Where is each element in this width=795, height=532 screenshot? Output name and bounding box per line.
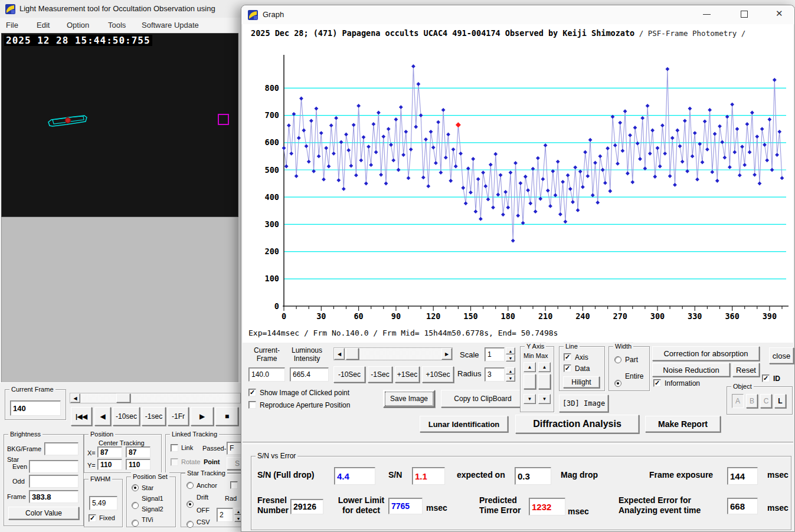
menu-edit[interactable]: Edit — [37, 21, 50, 29]
position-set-signal1-radio[interactable] — [132, 502, 139, 509]
graph-scrollbar-right-icon[interactable]: ▶ — [441, 348, 452, 360]
graph-titlebar[interactable] — [241, 5, 794, 24]
tracking-drift-radio[interactable] — [187, 501, 194, 508]
position-y-tracking-field[interactable]: 110 — [126, 459, 151, 470]
lower-limit-field[interactable]: 7765 — [388, 498, 423, 514]
plus-10sec-graph-button[interactable]: +10Sec — [422, 366, 454, 383]
graph-scrollbar-thumb[interactable] — [346, 348, 359, 360]
reproduce-aperture-label: Reproduce Aperture Position — [260, 401, 350, 409]
menu-file[interactable]: File — [6, 21, 18, 29]
id-checkbox[interactable]: ✓ — [762, 375, 770, 382]
tracking-anchor-radio[interactable] — [187, 482, 194, 489]
sn-full-field[interactable]: 4.4 — [334, 467, 375, 485]
radius-field[interactable]: 3 — [485, 367, 505, 382]
diffraction-analysis-button[interactable]: Diffraction Analysis — [515, 415, 639, 434]
lunar-identification-button[interactable]: Lunar Identification — [420, 416, 508, 432]
minus-10sec-button[interactable]: -10sec — [113, 407, 140, 426]
rewind-start-button[interactable]: |◀◀ — [71, 407, 92, 426]
highlight-point[interactable] — [456, 122, 461, 127]
ymax-up-icon[interactable]: ▲ — [538, 362, 551, 372]
minus-1frame-button[interactable]: -1Fr — [168, 407, 189, 426]
position-x-tracking-field[interactable]: 87 — [126, 446, 151, 458]
comparison-target-box[interactable] — [218, 114, 229, 125]
minus-1sec-button[interactable]: -1sec — [142, 407, 166, 426]
position-x-center-field[interactable]: 87 — [97, 446, 122, 458]
frame-scrollbar[interactable]: ◀ — [70, 393, 241, 403]
minus-1sec-graph-button[interactable]: -1Sec — [368, 366, 392, 383]
tracking-anchor-checkbox[interactable] — [230, 481, 238, 489]
star-even-field[interactable] — [29, 460, 78, 473]
ymin-up-icon[interactable]: ▲ — [524, 362, 536, 372]
reset-button[interactable]: Reset — [732, 363, 760, 377]
information-checkbox[interactable]: ✓ — [653, 379, 661, 387]
scale-up-icon[interactable]: ▲ — [506, 347, 515, 354]
current-frame-field[interactable]: 140 — [10, 400, 61, 416]
ymax-down-icon[interactable]: ▼ — [538, 394, 551, 404]
graph-scrollbar-left-icon[interactable]: ◀ — [334, 348, 345, 360]
plus-1sec-graph-button[interactable]: +1Sec — [395, 366, 420, 383]
stop-button[interactable]: ■ — [215, 407, 238, 426]
object-a-button[interactable]: A — [732, 394, 744, 408]
line-axis-checkbox[interactable]: ✓ — [564, 353, 571, 361]
copy-clipboard-button[interactable]: Copy to ClipBoard — [441, 390, 525, 408]
aperture-overlay[interactable] — [47, 111, 90, 132]
close-icon[interactable]: ✕ — [776, 8, 783, 19]
position-set-star-radio[interactable] — [132, 484, 139, 491]
expected-error-field[interactable]: 668 — [727, 498, 758, 514]
tracking-off-radio[interactable] — [187, 521, 194, 528]
star-odd-field[interactable] — [29, 475, 78, 488]
frame-scrollbar-left-icon[interactable]: ◀ — [70, 393, 80, 403]
scale-field[interactable]: 1 — [485, 347, 505, 362]
reproduce-aperture-checkbox[interactable] — [248, 401, 256, 409]
menu-tools[interactable]: Tools — [108, 21, 126, 29]
play-button[interactable]: ▶ — [191, 407, 214, 426]
bkg-frame-field[interactable] — [44, 442, 78, 455]
object-b-button[interactable]: B — [746, 394, 758, 408]
gw-current-frame-field[interactable]: 140.0 — [248, 367, 285, 382]
make-report-button[interactable]: Make Report — [645, 416, 721, 432]
width-entire-radio[interactable] — [614, 380, 621, 387]
star-frame-field[interactable]: 383.8 — [29, 490, 78, 503]
position-y-center-field[interactable]: 110 — [97, 459, 122, 470]
predicted-error-field[interactable]: 1232 — [529, 498, 565, 515]
object-l-button[interactable]: L — [774, 394, 786, 408]
radius-up-icon[interactable]: ▲ — [506, 367, 515, 375]
minus-10sec-graph-button[interactable]: -10Sec — [333, 366, 365, 383]
ymin-mid-button[interactable] — [524, 374, 536, 389]
link-checkbox[interactable] — [171, 444, 178, 452]
width-part-radio[interactable] — [614, 356, 621, 363]
expected-on-field[interactable]: 0.3 — [515, 467, 551, 485]
noise-reduction-button[interactable]: Noise Reduction — [652, 363, 730, 377]
tracking-rad-field[interactable]: 2 — [217, 508, 233, 522]
scale-down-icon[interactable]: ▼ — [506, 354, 515, 362]
frame-scrollbar-thumb[interactable] — [116, 393, 130, 403]
menu-option[interactable]: Option — [67, 21, 89, 29]
video-frame[interactable]: 2025 12 28 15:44:50:755 — [1, 33, 238, 217]
color-value-button[interactable]: Color Value — [8, 507, 79, 520]
light-curve-chart[interactable]: 0100200300400500600700800030609012015018… — [243, 37, 793, 327]
close-graph-button[interactable]: close — [769, 347, 794, 364]
fwhm-fixed-checkbox[interactable]: ✓ — [89, 514, 96, 522]
radius-down-icon[interactable]: ▼ — [506, 375, 515, 382]
ymin-down-icon[interactable]: ▼ — [524, 394, 536, 404]
ymax-mid-button[interactable] — [538, 374, 551, 389]
line-data-checkbox[interactable]: ✓ — [564, 364, 571, 372]
fresnel-field[interactable]: 29126 — [290, 499, 323, 514]
save-image-button[interactable]: Save Image — [383, 390, 435, 408]
maximize-icon[interactable] — [741, 11, 748, 18]
gw-luminous-field[interactable]: 665.4 — [290, 367, 329, 382]
3d-image-button[interactable]: [3D] Image — [559, 395, 608, 412]
hilight-button[interactable]: Hilight — [563, 376, 600, 388]
correction-absorption-button[interactable]: Correction for absorption — [652, 346, 760, 361]
graph-scrollbar[interactable]: ◀ ▶ — [333, 347, 453, 360]
menu-software-update[interactable]: Software Update — [142, 21, 199, 29]
show-image-checkbox[interactable]: ✓ — [248, 389, 256, 396]
rotate-checkbox[interactable] — [171, 458, 178, 466]
step-back-button[interactable]: ◀ — [94, 407, 111, 426]
frame-exposure-field[interactable]: 144 — [727, 467, 758, 485]
minimize-icon[interactable] — [703, 14, 711, 15]
fwhm-field[interactable]: 5.49 — [89, 496, 117, 510]
object-c-button[interactable]: C — [760, 394, 772, 408]
position-set-signal2-radio[interactable] — [132, 520, 139, 527]
sn-field[interactable]: 1.1 — [412, 467, 445, 485]
